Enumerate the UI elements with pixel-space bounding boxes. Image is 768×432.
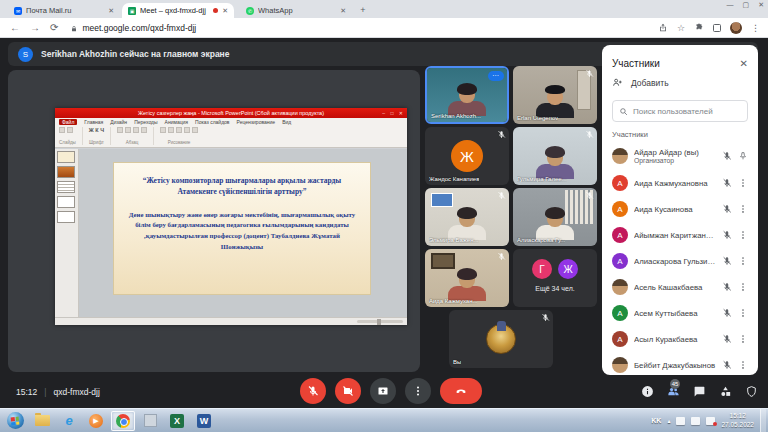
- slide-thumbnail[interactable]: [57, 196, 75, 208]
- mic-off-icon: [722, 204, 732, 214]
- extensions-icon[interactable]: [694, 23, 704, 33]
- ribbon-tab-animation[interactable]: Анимация: [165, 119, 188, 125]
- windows-taskbar: e ▶ X W KK ▴ 15:12 27.05.2022: [0, 408, 768, 432]
- pin-icon[interactable]: [738, 151, 748, 161]
- tab-close-icon[interactable]: ✕: [222, 7, 228, 15]
- language-indicator[interactable]: KK: [651, 417, 661, 424]
- slide-thumbnail[interactable]: [57, 166, 75, 178]
- more-options-button[interactable]: [405, 378, 431, 404]
- minimize-button[interactable]: —: [727, 1, 734, 9]
- slide-thumbnail-panel[interactable]: [55, 149, 79, 317]
- search-input[interactable]: Поиск пользователей: [612, 100, 748, 122]
- taskbar-browser-icon[interactable]: e: [57, 411, 81, 431]
- browser-menu-icon[interactable]: ⋮: [751, 23, 760, 33]
- shared-screen-tile[interactable]: Жетісу сазгерлер жаңа - Microsoft PowerP…: [8, 70, 420, 372]
- more-options-icon[interactable]: [738, 360, 748, 370]
- ribbon-tab-file[interactable]: Файл: [59, 119, 77, 125]
- end-call-button[interactable]: [440, 378, 482, 404]
- ribbon-tab-transitions[interactable]: Переходы: [134, 119, 157, 125]
- taskbar-word-icon[interactable]: W: [192, 411, 216, 431]
- clock-date: 27.05.2022: [721, 421, 754, 429]
- tab-close-icon[interactable]: ✕: [108, 7, 114, 15]
- ribbon-tab-review[interactable]: Рецензирование: [237, 119, 276, 125]
- video-tile-serikhan[interactable]: ⋯ Serikhan Akhozh...: [425, 66, 509, 124]
- host-controls-icon[interactable]: [745, 385, 758, 398]
- more-options-icon[interactable]: [738, 178, 748, 188]
- slide-thumbnail[interactable]: [57, 151, 75, 163]
- mic-off-icon: [585, 130, 594, 139]
- forward-icon[interactable]: →: [30, 22, 40, 33]
- chat-icon[interactable]: [693, 385, 706, 398]
- camera-toggle-button[interactable]: [335, 378, 361, 404]
- more-options-icon[interactable]: [738, 204, 748, 214]
- volume-icon[interactable]: [706, 417, 715, 425]
- taskbar-app-icon[interactable]: [138, 411, 162, 431]
- ribbon-tab-slideshow[interactable]: Показ слайдов: [195, 119, 229, 125]
- avatar-tile-zhandos[interactable]: Ж Жандос Канапиев: [425, 127, 509, 185]
- tab-close-icon[interactable]: ✕: [340, 7, 346, 15]
- more-options-icon[interactable]: [738, 230, 748, 240]
- ribbon-tab-design[interactable]: Дизайн: [110, 119, 127, 125]
- taskbar-clock[interactable]: 15:12 27.05.2022: [721, 412, 754, 428]
- video-tile-aida[interactable]: Аида Кажмухан...: [425, 249, 509, 307]
- taskbar-explorer-icon[interactable]: [30, 411, 54, 431]
- close-panel-icon[interactable]: ✕: [740, 58, 748, 69]
- reload-icon[interactable]: ⟳: [50, 22, 58, 33]
- people-icon[interactable]: 45: [667, 385, 680, 398]
- participant-avatar: [612, 279, 628, 295]
- tab-meet[interactable]: ▣ Meet – qxd-fmxd-djj ✕: [122, 3, 234, 18]
- video-tile-gulmira[interactable]: Гульмира Галее...: [513, 127, 597, 185]
- bookmark-star-icon[interactable]: ☆: [677, 23, 685, 33]
- more-options-icon[interactable]: [738, 308, 748, 318]
- more-options-icon[interactable]: [738, 334, 748, 344]
- ribbon-tab-view[interactable]: Вид: [282, 119, 291, 125]
- new-tab-button[interactable]: +: [356, 4, 370, 17]
- start-button[interactable]: [3, 411, 27, 431]
- share-icon[interactable]: [658, 23, 668, 33]
- mic-toggle-button[interactable]: [300, 378, 326, 404]
- powerpoint-status-bar: [55, 317, 407, 325]
- more-options-icon[interactable]: [738, 256, 748, 266]
- add-people-button[interactable]: Добавить: [612, 73, 748, 93]
- hidden-icons-chevron[interactable]: ▴: [667, 417, 670, 424]
- more-options-icon[interactable]: [738, 282, 748, 292]
- ribbon-tab-home[interactable]: Главная: [84, 119, 103, 125]
- maximize-button[interactable]: ▢: [743, 1, 750, 9]
- tab-mail-ru[interactable]: ✉ Почта Mail.ru ✕: [8, 3, 120, 18]
- show-desktop-button[interactable]: [760, 409, 766, 432]
- participant-row[interactable]: А Аида Кусаинова: [612, 196, 748, 222]
- taskbar-media-icon[interactable]: ▶: [84, 411, 108, 431]
- tile-menu-icon[interactable]: ⋯: [488, 71, 504, 81]
- activities-icon[interactable]: [719, 385, 732, 398]
- video-tile-aliaskarova[interactable]: Алиаскарова Гу...: [513, 188, 597, 246]
- zoom-slider[interactable]: [357, 320, 403, 323]
- participant-row[interactable]: Айдар Айдар (вы) Организатор: [612, 142, 748, 170]
- close-window-button[interactable]: ✕: [758, 1, 764, 9]
- meeting-details-icon[interactable]: [641, 385, 654, 398]
- network-icon[interactable]: [691, 417, 700, 425]
- participant-row[interactable]: А Асем Куттыбаева: [612, 300, 748, 326]
- taskbar-excel-icon[interactable]: X: [165, 411, 189, 431]
- participant-row[interactable]: А Алиаскарова Гульзира Т...: [612, 248, 748, 274]
- participant-row[interactable]: А Аида Кажмухановна: [612, 170, 748, 196]
- profile-avatar[interactable]: [730, 22, 742, 34]
- video-tile-erlan[interactable]: Erlan Utegenov: [513, 66, 597, 124]
- video-tile-elmira[interactable]: Эльмира Бажен...: [425, 188, 509, 246]
- self-view-tile[interactable]: Вы: [449, 310, 553, 368]
- participant-row[interactable]: Асель Кашакбаева: [612, 274, 748, 300]
- slide-thumbnail[interactable]: [57, 211, 75, 223]
- avatar-initial: Ж: [451, 140, 483, 172]
- tab-whatsapp[interactable]: ✆ WhatsApp ✕: [240, 3, 352, 18]
- side-panel-icon[interactable]: [713, 24, 721, 32]
- taskbar-chrome-icon[interactable]: [111, 411, 135, 431]
- participant-row[interactable]: Бейбит Джакубакынов: [612, 352, 748, 375]
- back-icon[interactable]: ←: [10, 22, 20, 33]
- action-center-icon[interactable]: [676, 417, 685, 425]
- slide-thumbnail[interactable]: [57, 181, 75, 193]
- present-button[interactable]: [370, 378, 396, 404]
- participant-row[interactable]: А Асыл Куракбаева: [612, 326, 748, 352]
- more-participants-tile[interactable]: Г Ж Ещё 34 чел.: [513, 249, 597, 307]
- address-bar[interactable]: meet.google.com/qxd-fmxd-djj: [70, 19, 658, 37]
- font-style-buttons[interactable]: Ж К Ч: [89, 127, 104, 133]
- participant-row[interactable]: А Айымжан Каритжанкызы: [612, 222, 748, 248]
